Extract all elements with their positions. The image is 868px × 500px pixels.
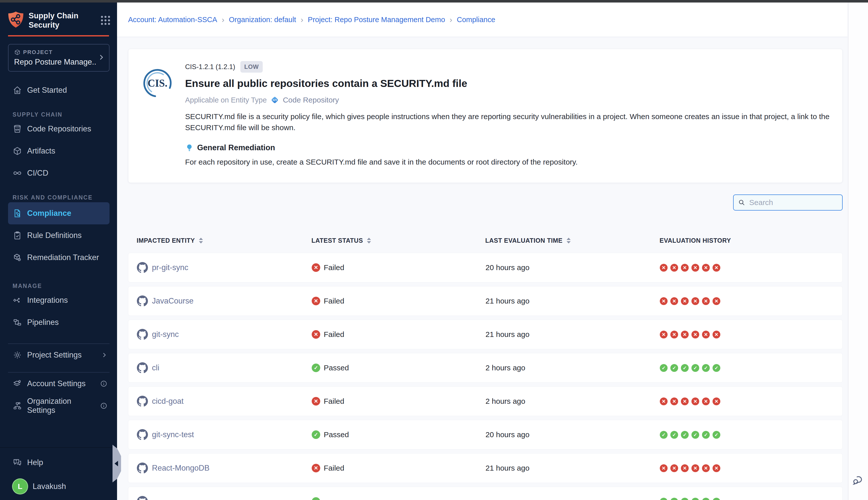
breadcrumb: Account: Automation-SSCA Organization: d… [128, 15, 495, 24]
help-chat-icon: ? [13, 458, 22, 467]
entity-type-value[interactable]: Code Repository [283, 96, 339, 104]
severity-badge: LOW [240, 61, 263, 72]
rule-title: Ensure all public repositories contain a… [185, 78, 830, 89]
history-fail-icon: ✕ [660, 331, 668, 339]
sidebar-item-integrations[interactable]: Integrations [0, 289, 117, 311]
table-row[interactable]: cli ✓Passed 2 hours ago ✓✓✓✓✓✓ [128, 353, 843, 383]
chat-widget-button[interactable] [852, 473, 865, 488]
sidebar-item-pipelines[interactable]: Pipelines [0, 311, 117, 333]
sidebar-item-label: Artifacts [27, 147, 55, 156]
help-button[interactable]: ? Help [0, 454, 117, 471]
chevron-left-icon [115, 461, 118, 466]
history-pass-icon: ✓ [681, 364, 689, 372]
sidebar-item-label: Account Settings [27, 379, 86, 388]
sidebar-item-artifacts[interactable]: Artifacts [0, 140, 117, 162]
user-avatar[interactable]: L [12, 478, 28, 495]
entity-name[interactable]: git-sync-test [152, 430, 194, 439]
sidebar-item-label: Compliance [27, 209, 71, 218]
sidebar-nav: Get Started SUPPLY CHAIN Code Repositori… [0, 79, 117, 417]
search-icon [738, 198, 746, 206]
project-selector[interactable]: PROJECT Repo Posture Manage... [8, 44, 109, 72]
entity-name[interactable]: git-sync [152, 330, 179, 339]
status-icon: ✕ [312, 464, 320, 473]
history-fail-icon: ✕ [670, 331, 678, 339]
breadcrumb-project[interactable]: Project: Repo Posture Management Demo [308, 15, 445, 24]
table-row[interactable]: cicd-goat ✕Failed 2 hours ago ✕✕✕✕✕✕ [128, 386, 843, 416]
history-fail-icon: ✕ [692, 397, 699, 405]
sort-icon[interactable] [367, 238, 371, 243]
content-scroll-area[interactable]: Account: Automation-SSCA Organization: d… [117, 2, 847, 500]
section-risk-and-compliance: RISK AND COMPLIANCE [13, 194, 117, 201]
column-header-last-evaluation-time: LAST EVALUATION TIME [485, 237, 660, 244]
evaluation-history: ✕✕✕✕✕✕ [660, 297, 842, 305]
evaluation-history: ✓✓✓✓✓✓ [660, 364, 842, 372]
sidebar-item-label: Get Started [27, 86, 67, 95]
code-repositories-icon [13, 124, 22, 134]
table-row[interactable]: React-MongoDB ✕Failed 21 hours ago ✕✕✕✕✕… [128, 453, 843, 483]
sidebar-item-cicd[interactable]: CI/CD [0, 162, 117, 184]
status-icon: ✕ [312, 297, 320, 305]
history-fail-icon: ✕ [660, 264, 668, 272]
history-fail-icon: ✕ [713, 264, 720, 272]
sort-icon[interactable] [199, 238, 203, 243]
history-fail-icon: ✕ [702, 397, 710, 405]
github-icon [137, 295, 148, 307]
evaluation-history: ✕✕✕✕✕✕ [660, 331, 842, 339]
status-label: Failed [324, 330, 344, 339]
history-pass-icon: ✓ [702, 498, 710, 500]
sidebar-item-remediation-tracker[interactable]: Remediation Tracker [0, 247, 117, 269]
history-fail-icon: ✕ [670, 297, 678, 305]
history-pass-icon: ✓ [713, 431, 720, 439]
sidebar-item-rule-definitions[interactable]: Rule Definitions [0, 224, 117, 247]
entity-name[interactable]: JavaCourse [152, 296, 193, 306]
sidebar-item-label: Code Repositories [27, 124, 91, 134]
github-icon [137, 329, 148, 340]
entity-name[interactable]: pr-git-sync [152, 263, 188, 272]
sort-icon[interactable] [567, 238, 571, 243]
table-row[interactable]: ✓ ✓✓✓✓✓✓ [128, 487, 843, 500]
status-label: Failed [324, 297, 344, 305]
info-icon[interactable] [100, 402, 107, 410]
table-row[interactable]: pr-git-sync ✕Failed 20 hours ago ✕✕✕✕✕✕ [128, 253, 843, 282]
section-supply-chain: SUPPLY CHAIN [13, 111, 117, 118]
user-menu[interactable]: L Lavakush [0, 478, 117, 495]
evaluation-history: ✓✓✓✓✓✓ [660, 498, 842, 500]
sidebar-item-label: Rule Definitions [27, 231, 82, 240]
history-pass-icon: ✓ [702, 431, 710, 439]
sidebar-item-project-settings[interactable]: Project Settings [0, 344, 117, 366]
section-manage: MANAGE [13, 283, 117, 289]
breadcrumb-account[interactable]: Account: Automation-SSCA [128, 15, 217, 24]
evaluation-time: 2 hours ago [486, 364, 660, 372]
compliance-document-icon [13, 208, 22, 218]
status-icon: ✕ [312, 263, 320, 272]
history-pass-icon: ✓ [660, 498, 668, 500]
sidebar-item-account-settings[interactable]: Account Settings [0, 373, 117, 395]
apps-grid-icon[interactable] [101, 16, 110, 25]
table-row[interactable]: JavaCourse ✕Failed 21 hours ago ✕✕✕✕✕✕ [128, 286, 843, 316]
history-pass-icon: ✓ [670, 498, 678, 500]
evaluation-time: 2 hours ago [486, 397, 660, 406]
search-input[interactable] [749, 198, 846, 207]
entity-name[interactable]: cli [152, 363, 159, 372]
evaluation-history: ✕✕✕✕✕✕ [660, 264, 842, 272]
evaluation-time: 20 hours ago [486, 430, 660, 439]
entity-name[interactable]: React-MongoDB [152, 464, 209, 473]
history-pass-icon: ✓ [713, 498, 720, 500]
table-row[interactable]: git-sync ✕Failed 21 hours ago ✕✕✕✕✕✕ [128, 320, 843, 349]
history-fail-icon: ✕ [670, 397, 678, 405]
sidebar-item-get-started[interactable]: Get Started [0, 79, 117, 101]
breadcrumb-compliance[interactable]: Compliance [457, 15, 495, 24]
sidebar: Supply Chain Security PROJECT Repo Postu… [0, 2, 117, 500]
sidebar-item-compliance[interactable]: Compliance [8, 202, 109, 224]
history-fail-icon: ✕ [660, 397, 668, 405]
sidebar-item-code-repositories[interactable]: Code Repositories [0, 118, 117, 140]
svg-text:?: ? [15, 459, 17, 463]
info-icon[interactable] [100, 380, 107, 387]
sidebar-item-organization-settings[interactable]: Organization Settings [0, 395, 117, 417]
table-row[interactable]: git-sync-test ✓Passed 20 hours ago ✓✓✓✓✓… [128, 420, 843, 450]
history-pass-icon: ✓ [670, 364, 678, 372]
status-label: Passed [324, 364, 349, 372]
breadcrumb-organization[interactable]: Organization: default [229, 15, 296, 24]
history-pass-icon: ✓ [681, 498, 689, 500]
entity-name[interactable]: cicd-goat [152, 397, 184, 406]
